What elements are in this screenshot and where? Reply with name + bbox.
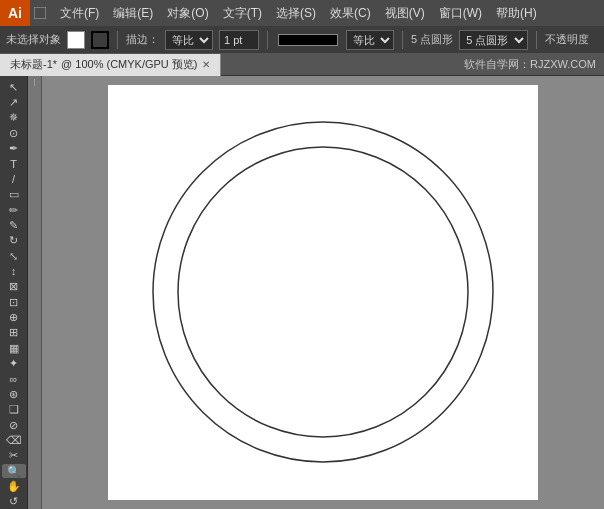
titlebar: Ai 文件(F)编辑(E)对象(O)文字(T)选择(S)效果(C)视图(V)窗口… bbox=[0, 0, 604, 26]
canvas bbox=[108, 85, 538, 500]
svg-rect-0 bbox=[34, 7, 46, 19]
menu-v[interactable]: 视图(V) bbox=[379, 3, 431, 24]
blend-tool-button[interactable]: ∞ bbox=[2, 372, 26, 386]
menu-f[interactable]: 文件(F) bbox=[54, 3, 105, 24]
width-tool-button[interactable]: ↕ bbox=[2, 264, 26, 278]
brush-preset-dropdown[interactable]: 等比 bbox=[346, 30, 394, 50]
options-bar: 未选择对象 描边： 等比 等比 5 点圆形 5 点圆形 不透明度 bbox=[0, 26, 604, 54]
free-transform-tool-button[interactable]: ⊡ bbox=[2, 295, 26, 309]
menu-o[interactable]: 对象(O) bbox=[161, 3, 214, 24]
ai-logo: Ai bbox=[0, 0, 30, 26]
inner-circle[interactable] bbox=[178, 147, 468, 437]
opacity-label: 不透明度 bbox=[545, 32, 589, 47]
hand-tool-button[interactable]: ✋ bbox=[2, 479, 26, 493]
scale-tool-button[interactable]: ⤡ bbox=[2, 249, 26, 263]
stroke-preview bbox=[278, 34, 338, 46]
perspective-tool-button[interactable]: ⊞ bbox=[2, 326, 26, 340]
tab-close-icon[interactable]: ✕ bbox=[202, 59, 210, 70]
tab-name: 未标题-1* bbox=[10, 57, 57, 72]
point-dropdown[interactable]: 5 点圆形 bbox=[459, 30, 528, 50]
symbol-tool-button[interactable]: ⊛ bbox=[2, 387, 26, 401]
watermark-text: 软件自学网：RJZXW.COM bbox=[464, 57, 604, 72]
menu-e[interactable]: 编辑(E) bbox=[107, 3, 159, 24]
toolbar: ↖↗✵⊙✒T/▭✏✎↻⤡↕⊠⊡⊕⊞▦✦∞⊛❑⊘⌫✂🔍✋↺ bbox=[0, 76, 28, 509]
magic-wand-tool-button[interactable]: ✵ bbox=[2, 111, 26, 125]
stroke-type-dropdown[interactable]: 等比 bbox=[165, 30, 213, 50]
fill-color[interactable] bbox=[67, 31, 85, 49]
document-tab[interactable]: 未标题-1* @ 100% (CMYK/GPU 预览) ✕ bbox=[0, 54, 221, 76]
main-area: ↖↗✵⊙✒T/▭✏✎↻⤡↕⊠⊡⊕⊞▦✦∞⊛❑⊘⌫✂🔍✋↺ | bbox=[0, 76, 604, 509]
window-icon bbox=[30, 0, 50, 26]
scissors-tool-button[interactable]: ✂ bbox=[2, 449, 26, 463]
type-tool-button[interactable]: T bbox=[2, 157, 26, 171]
menu-w[interactable]: 窗口(W) bbox=[433, 3, 488, 24]
separator3 bbox=[402, 31, 403, 49]
menu-bar: 文件(F)编辑(E)对象(O)文字(T)选择(S)效果(C)视图(V)窗口(W)… bbox=[50, 0, 604, 26]
zoom-tool-button[interactable]: 🔍 bbox=[2, 464, 26, 478]
menu-t[interactable]: 文字(T) bbox=[217, 3, 268, 24]
warp-tool-button[interactable]: ⊠ bbox=[2, 280, 26, 294]
stroke-color-wrap bbox=[91, 31, 109, 49]
outer-circle[interactable] bbox=[153, 122, 493, 462]
separator4 bbox=[536, 31, 537, 49]
line-tool-button[interactable]: / bbox=[2, 172, 26, 186]
column-graph-tool-button[interactable]: ❑ bbox=[2, 403, 26, 417]
stroke-width-input[interactable] bbox=[219, 30, 259, 50]
menu-c[interactable]: 效果(C) bbox=[324, 3, 377, 24]
stroke-color[interactable] bbox=[91, 31, 109, 49]
lasso-tool-button[interactable]: ⊙ bbox=[2, 126, 26, 140]
menu-s[interactable]: 选择(S) bbox=[270, 3, 322, 24]
tab-bar: 未标题-1* @ 100% (CMYK/GPU 预览) ✕ 软件自学网：RJZX… bbox=[0, 54, 604, 76]
eraser-tool-button[interactable]: ⌫ bbox=[2, 433, 26, 447]
no-selection-label: 未选择对象 bbox=[6, 32, 61, 47]
pen-tool-button[interactable]: ✒ bbox=[2, 141, 26, 155]
ruler-vertical: | bbox=[28, 76, 42, 509]
menu-h[interactable]: 帮助(H) bbox=[490, 3, 543, 24]
rotate-tool-button[interactable]: ↻ bbox=[2, 234, 26, 248]
selection-tool-tool-button[interactable]: ↖ bbox=[2, 80, 26, 94]
rectangle-tool-button[interactable]: ▭ bbox=[2, 188, 26, 202]
separator1 bbox=[117, 31, 118, 49]
separator2 bbox=[267, 31, 268, 49]
tab-info: @ 100% (CMYK/GPU 预览) bbox=[61, 57, 197, 72]
shape-builder-tool-button[interactable]: ⊕ bbox=[2, 310, 26, 324]
direct-selection-tool-button[interactable]: ↗ bbox=[2, 95, 26, 109]
eyedropper-tool-button[interactable]: ✦ bbox=[2, 356, 26, 370]
canvas-area[interactable] bbox=[42, 76, 604, 509]
canvas-svg bbox=[108, 85, 538, 500]
stroke-label: 描边： bbox=[126, 32, 159, 47]
pencil-tool-button[interactable]: ✎ bbox=[2, 218, 26, 232]
paintbrush-tool-button[interactable]: ✏ bbox=[2, 203, 26, 217]
slice-tool-button[interactable]: ⊘ bbox=[2, 418, 26, 432]
point-label: 5 点圆形 bbox=[411, 32, 453, 47]
gradient-tool-button[interactable]: ▦ bbox=[2, 341, 26, 355]
rotate-view-tool-button[interactable]: ↺ bbox=[2, 495, 26, 509]
